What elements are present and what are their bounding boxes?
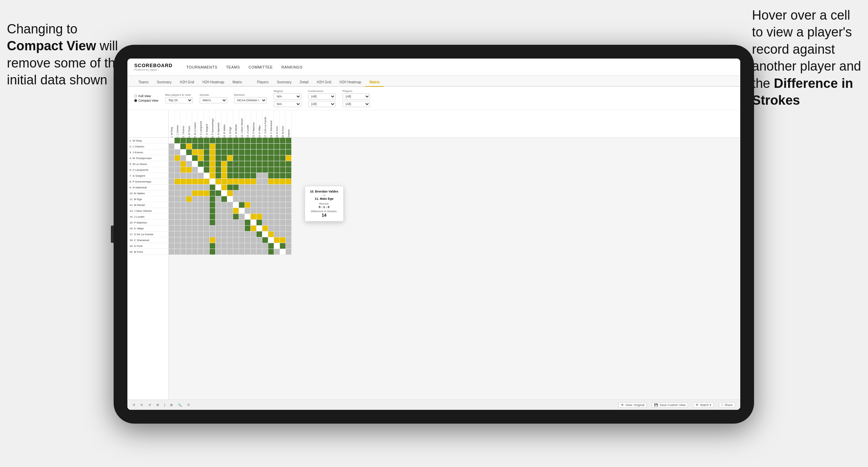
matrix-cell-9-9[interactable] [216, 185, 221, 190]
matrix-cell-6-18[interactable] [268, 167, 274, 173]
nav-rankings[interactable]: RANKINGS [281, 64, 302, 71]
matrix-cell-5-4[interactable] [186, 161, 192, 167]
matrix-cell-18-11[interactable] [227, 237, 233, 243]
matrix-cell-8-20[interactable] [280, 179, 286, 185]
matrix-cell-18-16[interactable] [257, 237, 262, 243]
matrix-cell-14-3[interactable] [180, 214, 186, 220]
matrix-cell-12-13[interactable] [239, 202, 245, 208]
settings-icon[interactable]: ⚙ [156, 403, 159, 407]
save-custom-view-button[interactable]: 💾 Save Custom View [652, 402, 688, 408]
matrix-cell-1-6[interactable] [198, 138, 204, 144]
matrix-cell-2-3[interactable] [180, 144, 186, 149]
matrix-cell-19-11[interactable] [227, 243, 233, 249]
matrix-cell-20-10[interactable] [221, 249, 227, 255]
matrix-cell-17-21[interactable] [286, 231, 292, 237]
matrix-cell-18-20[interactable] [280, 237, 286, 243]
matrix-cell-7-21[interactable] [286, 173, 292, 179]
matrix-cell-4-14[interactable] [245, 155, 251, 161]
matrix-cell-3-12[interactable] [233, 149, 239, 155]
matrix-cell-3-4[interactable] [186, 149, 192, 155]
matrix-cell-8-4[interactable] [186, 179, 192, 185]
matrix-cell-12-5[interactable] [192, 202, 198, 208]
matrix-cell-11-19[interactable] [274, 196, 280, 202]
matrix-cell-2-12[interactable] [233, 144, 239, 149]
matrix-cell-2-21[interactable] [286, 144, 292, 149]
matrix-cell-2-1[interactable] [169, 144, 175, 149]
matrix-cell-14-11[interactable] [227, 214, 233, 220]
matrix-cell-5-21[interactable] [286, 161, 292, 167]
matrix-cell-13-8[interactable] [210, 208, 216, 214]
matrix-cell-16-14[interactable] [245, 226, 251, 231]
matrix-cell-6-6[interactable] [198, 167, 204, 173]
matrix-cell-1-2[interactable] [175, 138, 180, 144]
conference-select-2[interactable]: (All) [308, 101, 336, 107]
view-original-button[interactable]: 👁 View: Original [618, 402, 647, 408]
matrix-cell-4-21[interactable] [286, 155, 292, 161]
matrix-cell-20-16[interactable] [257, 249, 262, 255]
matrix-cell-5-2[interactable] [175, 161, 180, 167]
matrix-cell-12-7[interactable] [204, 202, 210, 208]
matrix-cell-4-7[interactable] [204, 155, 210, 161]
undo-icon[interactable]: ↺ [133, 403, 135, 407]
matrix-cell-15-21[interactable] [286, 220, 292, 226]
matrix-cell-18-6[interactable] [198, 237, 204, 243]
matrix-cell-6-10[interactable] [221, 167, 227, 173]
matrix-cell-20-18[interactable] [268, 249, 274, 255]
matrix-cell-10-5[interactable] [192, 190, 198, 196]
tab-summary-2[interactable]: Summary [273, 78, 296, 87]
matrix-cell-14-5[interactable] [192, 214, 198, 220]
matrix-cell-6-15[interactable] [251, 167, 257, 173]
matrix-cell-11-15[interactable] [251, 196, 257, 202]
tab-matrix-1[interactable]: Matrix [228, 78, 246, 87]
matrix-cell-9-1[interactable] [169, 185, 175, 190]
matrix-cell-6-5[interactable] [192, 167, 198, 173]
conference-select[interactable]: (All) [308, 93, 336, 100]
matrix-cell-11-9[interactable] [216, 196, 221, 202]
matrix-cell-6-8[interactable] [210, 167, 216, 173]
matrix-cell-1-17[interactable] [262, 138, 268, 144]
matrix-cell-17-17[interactable] [262, 231, 268, 237]
matrix-cell-3-1[interactable] [169, 149, 175, 155]
matrix-cell-20-21[interactable] [286, 249, 292, 255]
matrix-cell-20-19[interactable] [274, 249, 280, 255]
matrix-cell-20-4[interactable] [186, 249, 192, 255]
matrix-cell-16-5[interactable] [192, 226, 198, 231]
matrix-cell-4-9[interactable] [216, 155, 221, 161]
matrix-cell-1-14[interactable] [245, 138, 251, 144]
matrix-cell-8-3[interactable] [180, 179, 186, 185]
matrix-cell-8-17[interactable] [262, 179, 268, 185]
matrix-cell-5-12[interactable] [233, 161, 239, 167]
matrix-cell-5-16[interactable] [257, 161, 262, 167]
matrix-cell-9-17[interactable] [262, 185, 268, 190]
matrix-cell-12-20[interactable] [280, 202, 286, 208]
matrix-cell-5-19[interactable] [274, 161, 280, 167]
matrix-cell-12-19[interactable] [274, 202, 280, 208]
matrix-cell-20-9[interactable] [216, 249, 221, 255]
matrix-cell-13-11[interactable] [227, 208, 233, 214]
reset-icon[interactable]: ⊞ [170, 403, 173, 407]
matrix-cell-8-8[interactable] [210, 179, 216, 185]
matrix-cell-20-7[interactable] [204, 249, 210, 255]
matrix-cell-9-18[interactable] [268, 185, 274, 190]
matrix-cell-8-19[interactable] [274, 179, 280, 185]
matrix-cell-12-4[interactable] [186, 202, 192, 208]
matrix-cell-14-13[interactable] [239, 214, 245, 220]
matrix-cell-17-10[interactable] [221, 231, 227, 237]
matrix-cell-2-14[interactable] [245, 144, 251, 149]
nav-tournaments[interactable]: TOURNAMENTS [186, 64, 217, 71]
matrix-cell-15-14[interactable] [245, 220, 251, 226]
matrix-cell-17-5[interactable] [192, 231, 198, 237]
matrix-cell-13-18[interactable] [268, 208, 274, 214]
matrix-cell-15-11[interactable] [227, 220, 233, 226]
undo2-icon[interactable]: ↺ [148, 403, 151, 407]
matrix-cell-2-20[interactable] [280, 144, 286, 149]
matrix-cell-16-19[interactable] [274, 226, 280, 231]
matrix-cell-7-12[interactable] [233, 173, 239, 179]
matrix-cell-17-12[interactable] [233, 231, 239, 237]
matrix-cell-5-7[interactable] [204, 161, 210, 167]
matrix-cell-4-19[interactable] [274, 155, 280, 161]
matrix-cell-3-13[interactable] [239, 149, 245, 155]
tab-players[interactable]: Players [253, 78, 273, 87]
matrix-cell-13-12[interactable] [233, 208, 239, 214]
matrix-cell-3-5[interactable] [192, 149, 198, 155]
